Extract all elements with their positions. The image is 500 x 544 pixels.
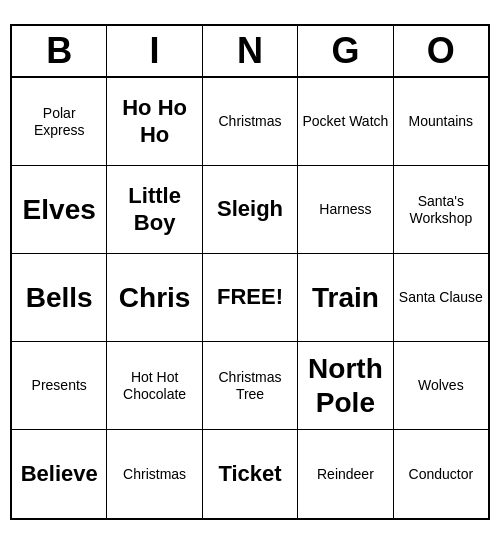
header-letter-i: I xyxy=(107,26,202,78)
bingo-cell-1-2: Sleigh xyxy=(203,166,298,254)
bingo-header: BINGO xyxy=(12,26,488,78)
bingo-cell-4-3: Reindeer xyxy=(298,430,393,518)
bingo-cell-4-1: Christmas xyxy=(107,430,202,518)
header-letter-g: G xyxy=(298,26,393,78)
bingo-cell-4-4: Conductor xyxy=(394,430,488,518)
bingo-cell-0-2: Christmas xyxy=(203,78,298,166)
bingo-cell-1-3: Harness xyxy=(298,166,393,254)
header-letter-o: O xyxy=(394,26,488,78)
bingo-cell-0-1: Ho Ho Ho xyxy=(107,78,202,166)
bingo-row-4: BelieveChristmasTicketReindeerConductor xyxy=(12,430,488,518)
bingo-cell-0-4: Mountains xyxy=(394,78,488,166)
bingo-cell-4-2: Ticket xyxy=(203,430,298,518)
bingo-cell-3-2: Christmas Tree xyxy=(203,342,298,430)
bingo-cell-0-0: Polar Express xyxy=(12,78,107,166)
bingo-cell-2-4: Santa Clause xyxy=(394,254,488,342)
bingo-cell-0-3: Pocket Watch xyxy=(298,78,393,166)
bingo-cell-1-1: Little Boy xyxy=(107,166,202,254)
bingo-row-1: ElvesLittle BoySleighHarnessSanta's Work… xyxy=(12,166,488,254)
bingo-cell-2-1: Chris xyxy=(107,254,202,342)
bingo-cell-3-0: Presents xyxy=(12,342,107,430)
bingo-cell-1-0: Elves xyxy=(12,166,107,254)
bingo-cell-3-3: North Pole xyxy=(298,342,393,430)
bingo-row-3: PresentsHot Hot ChocolateChristmas TreeN… xyxy=(12,342,488,430)
header-letter-n: N xyxy=(203,26,298,78)
bingo-cell-1-4: Santa's Workshop xyxy=(394,166,488,254)
bingo-cell-3-4: Wolves xyxy=(394,342,488,430)
bingo-grid: Polar ExpressHo Ho HoChristmasPocket Wat… xyxy=(12,78,488,518)
bingo-cell-3-1: Hot Hot Chocolate xyxy=(107,342,202,430)
header-letter-b: B xyxy=(12,26,107,78)
bingo-cell-4-0: Believe xyxy=(12,430,107,518)
bingo-cell-2-0: Bells xyxy=(12,254,107,342)
bingo-row-2: BellsChrisFREE!TrainSanta Clause xyxy=(12,254,488,342)
bingo-cell-2-2: FREE! xyxy=(203,254,298,342)
bingo-card: BINGO Polar ExpressHo Ho HoChristmasPock… xyxy=(10,24,490,520)
bingo-cell-2-3: Train xyxy=(298,254,393,342)
bingo-row-0: Polar ExpressHo Ho HoChristmasPocket Wat… xyxy=(12,78,488,166)
